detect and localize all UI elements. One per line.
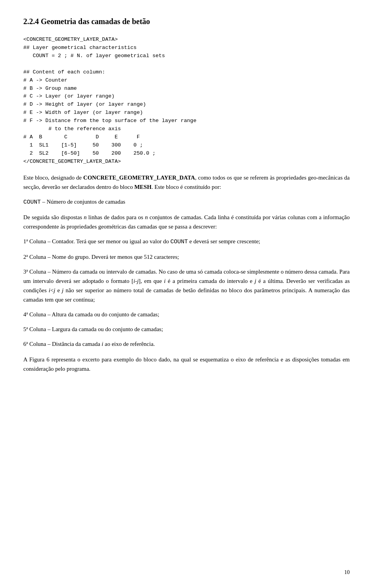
count-keyword: COUNT <box>23 199 41 206</box>
italic-i3: i <box>49 287 50 293</box>
count-inline: COUNT <box>171 239 188 245</box>
italic-j1: j <box>137 278 139 284</box>
paragraph-col5: 5ª Coluna – Largura da camada ou do conj… <box>23 325 350 334</box>
section-title: 2.2.4 Geometria das camadas de betão <box>23 16 350 27</box>
italic-i4: i <box>102 341 103 347</box>
bold-mesh: MESH <box>134 184 152 190</box>
bold-concrete-geometry: CONCRETE_GEOMETRY_LAYER_DATA <box>83 174 195 181</box>
paragraph-col3: 3ª Coluna – Número da camada ou interval… <box>23 267 350 304</box>
italic-i2: i <box>164 278 166 284</box>
italic-n2: n <box>145 214 148 220</box>
paragraph-count: COUNT – Número de conjuntos de camadas <box>23 197 350 207</box>
paragraph-3: De seguida são dispostas n linhas de dad… <box>23 213 350 231</box>
paragraph-col2: 2ª Coluna – Nome do grupo. Deverá ter me… <box>23 252 350 262</box>
paragraph-figure: A Figura 6 representa o excerto para exe… <box>23 355 350 373</box>
italic-i1: i <box>133 278 135 284</box>
italic-j3: j <box>54 287 55 293</box>
count-description: Número de conjuntos de camadas <box>47 199 125 205</box>
code-block: <CONCRETE_GEOMETRY_LAYER_DATA> ## Layer … <box>23 36 350 166</box>
paragraph-col6: 6ª Coluna – Distância da camada i ao eix… <box>23 339 350 349</box>
paragraph-1: Este bloco, designado de CONCRETE_GEOMET… <box>23 173 350 192</box>
paragraph-col1: 1ª Coluna – Contador. Terá que ser menor… <box>23 237 350 247</box>
italic-j4: j <box>62 287 63 293</box>
italic-n1: n <box>84 214 87 220</box>
italic-j2: j <box>254 278 256 284</box>
paragraph-col4: 4ª Coluna – Altura da camada ou do conju… <box>23 310 350 319</box>
